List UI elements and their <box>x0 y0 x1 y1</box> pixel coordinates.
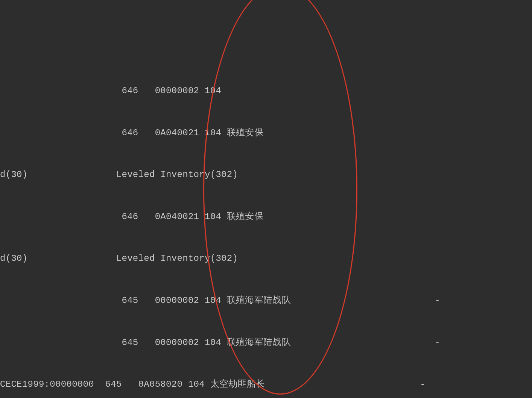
console-line: CECE1999:00000000 645 0A058020 104 太空劫匪船… <box>0 377 532 391</box>
console-line: 645 00000002 104 联殖海军陆战队 - <box>0 294 532 307</box>
console-line: d(30) Leveled Inventory(302) <box>0 251 532 265</box>
console-line: 646 00000002 104 <box>0 84 532 98</box>
console-line: 645 00000002 104 联殖海军陆战队 - <box>0 336 532 350</box>
console-output: 646 00000002 104 646 0A040021 104 联殖安保 d… <box>0 56 532 398</box>
console-line: 646 0A040021 104 联殖安保 <box>0 210 532 224</box>
console-line: 646 0A040021 104 联殖安保 <box>0 126 532 140</box>
console-line: d(30) Leveled Inventory(302) <box>0 168 532 182</box>
